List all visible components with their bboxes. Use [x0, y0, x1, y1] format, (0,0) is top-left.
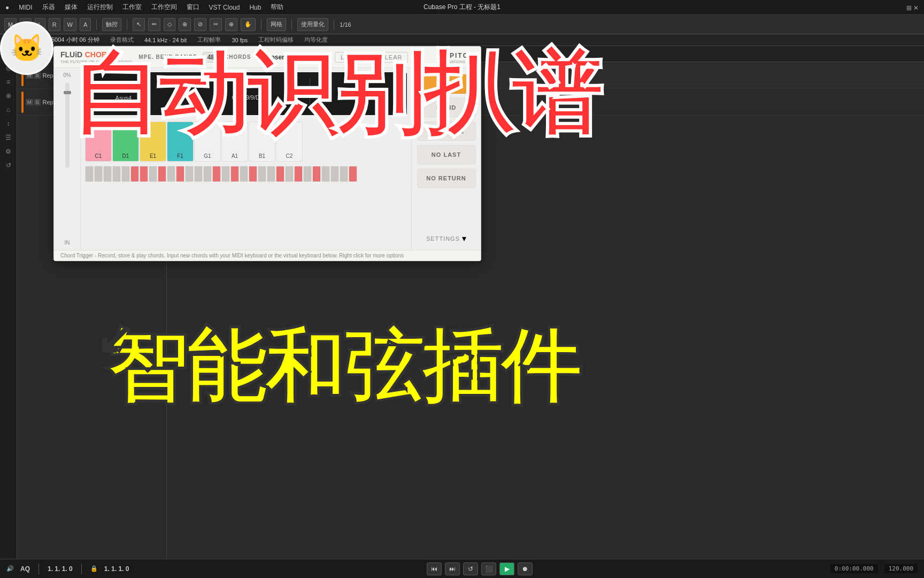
mini-key-17[interactable]	[230, 166, 239, 182]
mode-m[interactable]: M	[4, 18, 17, 31]
mode-a[interactable]: A	[80, 18, 91, 31]
mode-fluid-btn[interactable]: FLUID	[417, 98, 476, 117]
mini-key-24[interactable]	[294, 166, 303, 182]
select-tool[interactable]: ⊕	[179, 18, 191, 31]
sidebar-icon-9[interactable]: ↺	[3, 162, 14, 172]
draw-tool[interactable]: ✏	[148, 18, 160, 31]
stop-btn[interactable]: ⬛	[481, 562, 496, 575]
track-m-btn-2[interactable]: M	[26, 99, 33, 105]
cycle-btn[interactable]: ↺	[463, 562, 478, 575]
bend-slider-track[interactable]	[65, 82, 70, 168]
mode-s[interactable]: S	[20, 18, 31, 31]
key-label-F1: F1	[177, 153, 183, 159]
mini-key-16[interactable]	[221, 166, 230, 182]
menu-window[interactable]: 窗口	[187, 3, 199, 12]
mini-key-13[interactable]	[194, 166, 203, 182]
mini-key-9[interactable]	[158, 166, 166, 182]
mini-key-15[interactable]	[212, 166, 221, 182]
track-m-btn-1[interactable]: M	[26, 72, 33, 79]
mode-noreturn-btn[interactable]: NO RETURN	[417, 169, 476, 188]
go-end-btn[interactable]: ⏭	[445, 562, 460, 575]
menu-vst[interactable]: VST Cloud	[209, 4, 240, 11]
sidebar-icon-2[interactable]: ◎	[3, 64, 14, 75]
go-start-btn[interactable]: ⏮	[427, 562, 442, 575]
key-A1[interactable]: A1	[221, 121, 248, 162]
chord-next-btn[interactable]: ▶	[324, 53, 329, 62]
mode-fixed-btn[interactable]: FIXED	[417, 74, 476, 94]
mini-key-22[interactable]	[276, 166, 284, 182]
mode-realtime-btn[interactable]: REAL TIME	[417, 121, 476, 141]
pan-tool[interactable]: ✋	[241, 18, 256, 31]
mini-key-6[interactable]	[130, 166, 139, 182]
key-B1[interactable]: B1	[249, 121, 275, 162]
mini-key-23[interactable]	[285, 166, 294, 182]
menu-help[interactable]: 帮助	[271, 3, 283, 12]
track-s-btn-2[interactable]: S	[34, 99, 41, 105]
sidebar-icon-1[interactable]: ⊞	[3, 50, 14, 61]
sidebar-icon-4[interactable]: ⊕	[3, 92, 14, 103]
mini-key-18[interactable]	[240, 166, 248, 182]
mini-key-7[interactable]	[140, 166, 148, 182]
menu-workspace[interactable]: 工作空间	[151, 3, 177, 12]
mini-key-30[interactable]	[349, 166, 357, 182]
grid-btn[interactable]: 网格	[267, 18, 286, 31]
arrow-tool[interactable]: ↖	[133, 18, 145, 31]
track-s-btn-1[interactable]: S	[34, 72, 41, 79]
settings-button[interactable]: SETTINGS	[426, 235, 460, 242]
play-btn[interactable]: ▶	[499, 562, 514, 575]
sidebar-icon-7[interactable]: ☰	[3, 134, 14, 144]
key-F1[interactable]: F1	[167, 121, 194, 162]
mini-key-3[interactable]	[103, 166, 112, 182]
mini-key-19[interactable]	[249, 166, 257, 182]
mini-key-27[interactable]	[321, 166, 330, 182]
menu-media[interactable]: 媒体	[65, 3, 78, 12]
key-E1[interactable]: E1	[140, 121, 166, 162]
sidebar-icon-6[interactable]: ↕	[3, 120, 14, 131]
menu-studio[interactable]: 工作室	[122, 3, 142, 12]
learn-button[interactable]: LEARN	[335, 52, 369, 63]
mini-key-4[interactable]	[112, 166, 121, 182]
key-C1[interactable]: C1	[85, 121, 112, 162]
key-G1[interactable]: G1	[194, 121, 221, 162]
mini-key-2[interactable]	[94, 166, 103, 182]
key-D1[interactable]: D1	[112, 121, 139, 162]
mini-key-1[interactable]	[85, 166, 94, 182]
mini-key-25[interactable]	[303, 166, 312, 182]
record-btn[interactable]: ⏺	[518, 562, 533, 575]
mini-key-20[interactable]	[258, 166, 266, 182]
mini-key-21[interactable]	[267, 166, 275, 182]
mini-key-10[interactable]	[167, 166, 175, 182]
sidebar-icon-8[interactable]: ⚙	[3, 148, 14, 158]
touch-control-btn[interactable]: 触控	[102, 18, 121, 31]
key-label-C1: C1	[95, 153, 102, 159]
bend-slider-thumb[interactable]	[64, 91, 71, 94]
quantize-btn[interactable]: 使用量化	[297, 18, 328, 31]
cursor-tool[interactable]: ⊘	[194, 18, 206, 31]
key-C2[interactable]: C2	[276, 121, 303, 162]
mini-key-28[interactable]	[330, 166, 339, 182]
mode-nolast-btn[interactable]: NO LAST	[417, 145, 476, 164]
menu-midi[interactable]: MIDI	[19, 4, 32, 11]
sidebar-icon-3[interactable]: ≡	[3, 78, 14, 89]
chord-prev-btn[interactable]: ◀	[256, 53, 262, 62]
mode-l[interactable]: L	[35, 18, 45, 31]
menu-run-control[interactable]: 运行控制	[87, 3, 113, 12]
mode-w[interactable]: W	[64, 18, 76, 31]
erase-tool[interactable]: ◇	[164, 18, 175, 31]
mini-key-8[interactable]	[149, 166, 157, 182]
mini-key-12[interactable]	[185, 166, 194, 182]
transport-buttons: ⏮ ⏭ ↺ ⬛ ▶ ⏺	[427, 562, 533, 575]
mini-key-14[interactable]	[203, 166, 212, 182]
scissors-tool[interactable]: ✂	[210, 18, 222, 31]
clear-button[interactable]: CLEAR	[374, 52, 409, 63]
menu-instruments[interactable]: 乐器	[42, 3, 55, 12]
sidebar-icon-5[interactable]: ⌂	[3, 106, 14, 117]
menu-hub[interactable]: Hub	[249, 4, 261, 11]
mini-key-26[interactable]	[312, 166, 321, 182]
mini-key-29[interactable]	[340, 166, 348, 182]
mini-key-5[interactable]	[121, 166, 130, 182]
zoom-tool[interactable]: ⊕	[225, 18, 237, 31]
mode-r[interactable]: R	[49, 18, 60, 31]
mini-key-11[interactable]	[176, 166, 184, 182]
bend-range-value[interactable]: 48	[203, 52, 219, 63]
